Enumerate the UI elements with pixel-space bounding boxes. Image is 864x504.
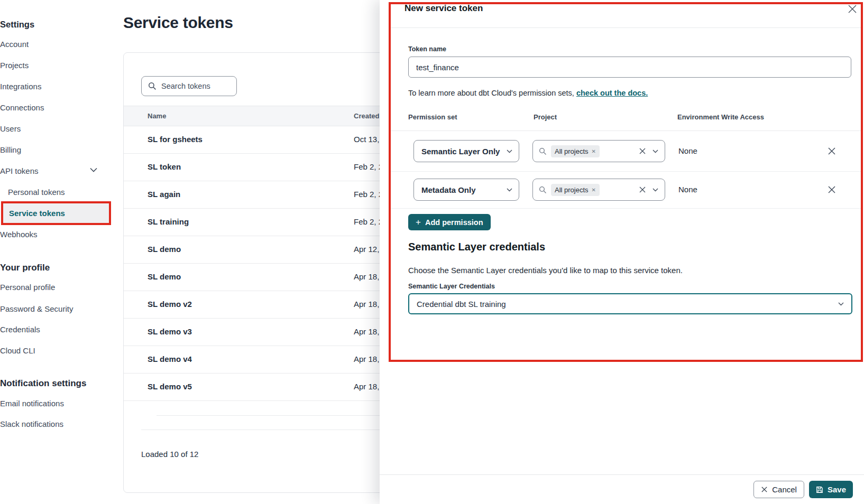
clear-icon[interactable] xyxy=(639,186,646,193)
chevron-down-icon xyxy=(507,150,512,153)
permission-set-value: Metadata Only xyxy=(421,185,507,194)
clear-icon[interactable] xyxy=(639,147,646,155)
env-write-access-value: None xyxy=(678,185,697,194)
token-name-label: Token name xyxy=(408,45,446,53)
sidebar-item-webhooks[interactable]: Webhooks xyxy=(0,230,38,239)
token-name: SL demo v3 xyxy=(148,327,192,336)
chip-remove-icon[interactable]: ✕ xyxy=(592,187,596,193)
project-multiselect[interactable]: All projects✕ xyxy=(532,140,665,162)
pagination-status: Loaded 10 of 12 xyxy=(141,450,198,459)
token-name: SL demo xyxy=(148,245,181,254)
env-write-access-value: None xyxy=(678,146,697,155)
sidebar-item-cloud-cli[interactable]: Cloud CLI xyxy=(0,346,35,355)
project-chip-label: All projects xyxy=(555,147,589,155)
sidebar-item-api-tokens[interactable]: API tokens xyxy=(0,166,39,175)
chip-remove-icon[interactable]: ✕ xyxy=(592,148,596,154)
cancel-label: Cancel xyxy=(772,485,797,494)
save-label: Save xyxy=(828,485,846,494)
remove-permission-icon[interactable] xyxy=(827,185,837,194)
project-chip[interactable]: All projects✕ xyxy=(551,145,600,157)
project-multiselect[interactable]: All projects✕ xyxy=(532,179,665,201)
search-input[interactable] xyxy=(161,82,225,90)
sidebar-item-password-security[interactable]: Password & Security xyxy=(0,304,73,313)
sidebar-item-service-tokens-label: Service tokens xyxy=(9,209,65,218)
sidebar-item-projects[interactable]: Projects xyxy=(0,61,29,70)
chevron-down-icon[interactable] xyxy=(652,188,658,192)
search-icon xyxy=(148,82,157,90)
perm-header-permission-set: Permission set xyxy=(408,113,457,121)
chevron-down-icon[interactable] xyxy=(652,150,658,153)
page-title: Service tokens xyxy=(123,14,233,32)
plus-icon: + xyxy=(416,217,421,228)
sidebar-item-credentials[interactable]: Credentials xyxy=(0,325,40,334)
permission-set-select[interactable]: Semantic Layer Only xyxy=(413,140,519,162)
permission-set-select[interactable]: Metadata Only xyxy=(413,179,519,201)
column-header-name[interactable]: Name xyxy=(148,112,166,120)
token-name: SL training xyxy=(148,217,189,226)
add-permission-label: Add permission xyxy=(425,218,483,227)
project-chip-label: All projects xyxy=(555,186,589,194)
divider xyxy=(391,171,861,172)
semantic-layer-credentials-select[interactable]: Credential dbt SL training xyxy=(408,293,852,314)
chevron-down-icon xyxy=(838,302,844,306)
token-name: SL demo xyxy=(148,272,181,281)
remove-permission-icon[interactable] xyxy=(827,146,837,156)
project-chip[interactable]: All projects✕ xyxy=(551,184,600,196)
sidebar-item-integrations[interactable]: Integrations xyxy=(0,82,41,91)
token-name: SL demo v4 xyxy=(148,354,192,363)
sidebar-item-personal-profile[interactable]: Personal profile xyxy=(0,283,55,292)
semantic-layer-credentials-description: Choose the Semantic Layer credentials yo… xyxy=(408,266,683,275)
add-permission-button[interactable]: + Add permission xyxy=(408,214,491,230)
sidebar-item-connections[interactable]: Connections xyxy=(0,103,44,112)
token-name: SL demo v5 xyxy=(148,382,192,391)
sidebar-item-personal-tokens[interactable]: Personal tokens xyxy=(8,188,65,197)
save-icon xyxy=(816,486,823,493)
sidebar-header-your-profile: Your profile xyxy=(0,263,50,273)
token-name: SL for gsheets xyxy=(148,135,203,144)
token-name: SL token xyxy=(148,162,181,171)
docs-link[interactable]: check out the docs. xyxy=(576,89,648,97)
cancel-button[interactable]: Cancel xyxy=(753,481,804,498)
save-button[interactable]: Save xyxy=(809,481,853,498)
sidebar-item-email-notifications[interactable]: Email notifications xyxy=(0,399,64,408)
token-name-input[interactable] xyxy=(408,57,851,78)
settings-sidebar: Settings Account Projects Integrations C… xyxy=(0,0,112,504)
permission-set-value: Semantic Layer Only xyxy=(421,147,507,156)
app-window: Settings Account Projects Integrations C… xyxy=(0,0,864,504)
sidebar-header-notification-settings: Notification settings xyxy=(0,378,86,389)
docs-helper-text: To learn more about dbt Cloud's permissi… xyxy=(408,89,648,97)
perm-header-project: Project xyxy=(534,113,557,121)
sidebar-item-users[interactable]: Users xyxy=(0,124,21,133)
sidebar-item-slack-notifications[interactable]: Slack notifications xyxy=(0,419,63,428)
divider xyxy=(391,130,861,131)
semantic-layer-credentials-value: Credential dbt SL training xyxy=(417,300,838,309)
modal-footer: Cancel Save xyxy=(380,474,864,504)
semantic-layer-credentials-heading: Semantic Layer credentials xyxy=(408,241,545,253)
semantic-layer-credentials-label: Semantic Layer Credentials xyxy=(408,283,495,290)
perm-header-env-write: Environment Write Access xyxy=(677,113,764,121)
docs-text: To learn more about dbt Cloud's permissi… xyxy=(408,89,576,97)
search-icon xyxy=(539,147,547,155)
divider xyxy=(391,208,861,209)
search-icon xyxy=(539,186,547,194)
sidebar-header-settings: Settings xyxy=(0,20,34,30)
close-icon[interactable] xyxy=(847,4,858,14)
token-name: SL again xyxy=(148,190,180,199)
close-icon xyxy=(761,486,768,493)
new-service-token-panel: New service token Token name To learn mo… xyxy=(380,0,864,504)
search-tokens-field[interactable] xyxy=(141,76,237,96)
sidebar-item-service-tokens-annotated[interactable]: Service tokens xyxy=(1,201,111,225)
sidebar-item-billing[interactable]: Billing xyxy=(0,145,21,154)
chevron-down-icon xyxy=(507,188,512,192)
column-header-created[interactable]: Created xyxy=(354,112,379,120)
modal-title: New service token xyxy=(405,3,483,14)
sidebar-item-account[interactable]: Account xyxy=(0,40,29,49)
divider xyxy=(391,27,861,28)
token-name: SL demo v2 xyxy=(148,300,192,309)
chevron-down-icon[interactable] xyxy=(90,167,97,172)
